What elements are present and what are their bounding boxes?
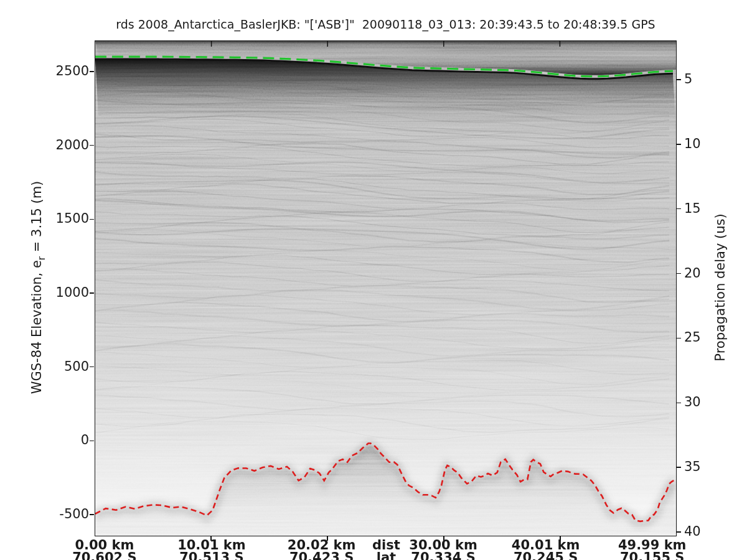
x-tick-label-latitude: 70.334 S: [411, 551, 475, 560]
y-tick-mark-right: [677, 79, 681, 80]
y-tick-label-elevation: 0: [50, 434, 89, 447]
y-tick-label-delay: 25: [684, 331, 701, 344]
right-axis-label: Propagation delay (us): [714, 213, 727, 361]
y-tick-label-delay: 30: [684, 396, 701, 409]
y-tick-mark-right: [677, 144, 681, 145]
y-tick-label-elevation: -500: [50, 508, 89, 521]
x-tick-label-latitude: 70.245 S: [514, 551, 578, 560]
radargram-figure: rds 2008_Antarctica_BaslerJKB: "['ASB']"…: [0, 0, 747, 560]
y-tick-mark-right: [677, 208, 681, 210]
echogram-plot-area: [95, 40, 677, 536]
y-tick-mark-left: [90, 514, 94, 515]
y-tick-label-delay: 20: [684, 266, 701, 279]
y-tick-mark-left: [90, 145, 94, 146]
y-tick-label-delay: 35: [684, 460, 701, 474]
left-axis-label-part2: = 3.15 (m): [29, 181, 44, 256]
y-tick-label-elevation: 1000: [50, 286, 89, 299]
y-tick-mark-right: [677, 338, 681, 339]
left-axis-label-part1: WGS-84 Elevation, e: [29, 260, 44, 394]
y-tick-label-elevation: 2000: [50, 138, 89, 151]
y-tick-label-elevation: 500: [50, 360, 89, 373]
figure-title: rds 2008_Antarctica_BaslerJKB: "['ASB']"…: [95, 17, 677, 31]
y-tick-mark-right: [677, 531, 681, 533]
y-tick-mark-left: [90, 71, 94, 72]
y-tick-mark-right: [677, 467, 681, 468]
y-tick-label-delay: 40: [684, 525, 701, 538]
x-tick-label-latitude: 70.513 S: [179, 551, 243, 560]
x-tick-label-latitude: 70.423 S: [289, 551, 354, 560]
y-tick-mark-right: [677, 403, 681, 404]
y-tick-label-delay: 10: [684, 138, 701, 151]
left-axis-label: WGS-84 Elevation, er = 3.15 (m): [31, 181, 46, 394]
y-tick-mark-right: [677, 273, 681, 274]
y-tick-label-delay: 15: [684, 202, 701, 215]
y-tick-label-elevation: 1500: [50, 212, 89, 225]
y-tick-mark-left: [90, 219, 94, 220]
y-tick-mark-left: [90, 366, 94, 368]
x-tick-label-latitude: 70.602 S: [72, 551, 136, 560]
y-tick-mark-left: [90, 441, 94, 442]
x-axis-lat-header: lat: [377, 551, 396, 560]
echogram-image: [95, 41, 676, 536]
left-axis-label-subscript: r: [36, 256, 47, 260]
y-tick-label-elevation: 2500: [50, 65, 89, 78]
y-tick-mark-left: [90, 292, 94, 294]
y-tick-label-delay: 5: [684, 73, 692, 86]
x-tick-label-latitude: 70.155 S: [620, 551, 684, 560]
